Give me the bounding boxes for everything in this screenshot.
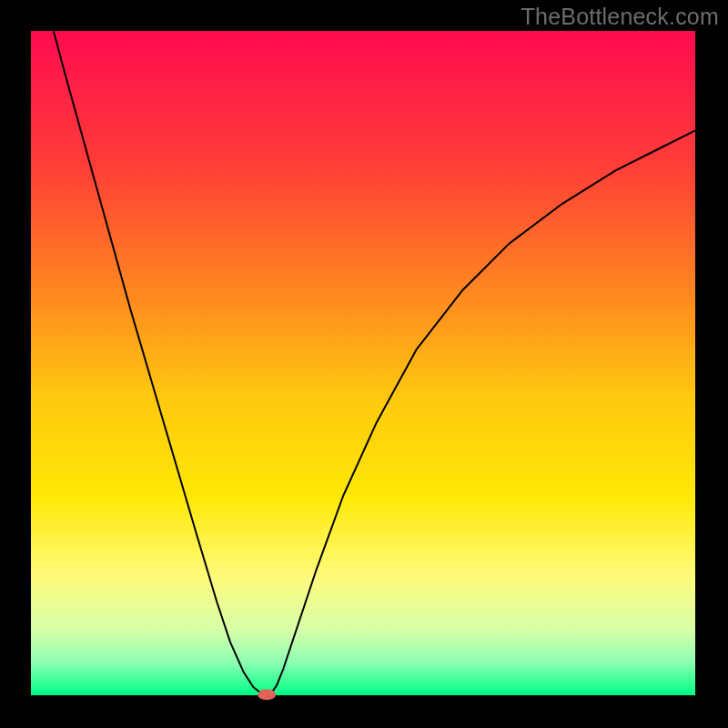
chart-container: TheBottleneck.com	[0, 0, 728, 728]
watermark-text: TheBottleneck.com	[521, 4, 719, 30]
plot-background	[31, 31, 695, 695]
minimum-marker	[258, 689, 276, 700]
bottleneck-chart	[0, 0, 728, 728]
